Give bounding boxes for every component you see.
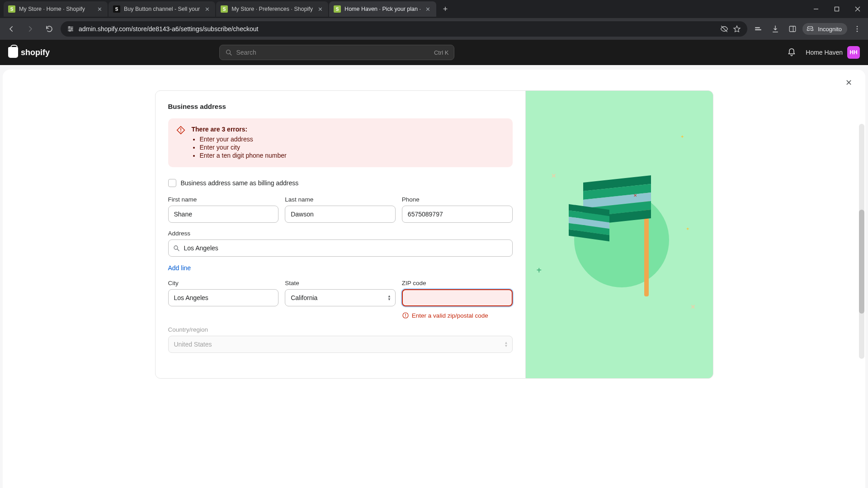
- browser-tab-active[interactable]: S Home Haven · Pick your plan · ✕: [329, 1, 436, 17]
- state-label: State: [285, 280, 396, 286]
- add-address-line-link[interactable]: Add line: [168, 264, 191, 272]
- svg-rect-10: [789, 26, 796, 32]
- favicon-generic-icon: S: [113, 5, 120, 13]
- svg-point-12: [857, 26, 858, 27]
- scrollbar-thumb[interactable]: [859, 210, 864, 314]
- back-button[interactable]: [4, 21, 19, 37]
- phone-field: Phone: [402, 196, 513, 223]
- browser-toolbar: admin.shopify.com/store/de8143-a6/settin…: [0, 18, 868, 40]
- store-name: Home Haven: [806, 49, 843, 56]
- alert-item: Enter a ten digit phone number: [200, 152, 287, 159]
- error-circle-icon: [402, 312, 409, 319]
- notifications-button[interactable]: [785, 46, 798, 59]
- svg-line-20: [177, 249, 179, 251]
- kebab-menu-icon[interactable]: [850, 21, 864, 37]
- svg-rect-1: [835, 7, 839, 11]
- zip-error-message: Enter a valid zip/postal code: [402, 312, 513, 319]
- address-bar[interactable]: admin.shopify.com/store/de8143-a6/settin…: [61, 21, 747, 37]
- country-field: Country/region ▲▼: [168, 326, 513, 353]
- city-input[interactable]: [168, 289, 279, 306]
- tab-title: Home Haven · Pick your plan ·: [344, 6, 421, 12]
- country-label: Country/region: [168, 326, 513, 333]
- tab-title: My Store · Home · Shopify: [19, 6, 92, 12]
- url-text: admin.shopify.com/store/de8143-a6/settin…: [79, 25, 716, 33]
- shopify-bag-icon: [8, 47, 18, 58]
- tab-strip: S My Store · Home · Shopify ✕ S Buy Butt…: [0, 0, 868, 18]
- new-tab-button[interactable]: +: [439, 3, 452, 15]
- media-control-icon[interactable]: [751, 21, 765, 37]
- maximize-button[interactable]: [826, 1, 847, 17]
- alert-list: Enter your address Enter your city Enter…: [192, 136, 287, 159]
- modal-close-button[interactable]: ✕: [842, 76, 855, 89]
- tab-close-icon[interactable]: ✕: [96, 5, 103, 13]
- modal-scroll-area[interactable]: Business address There are 3 errors: Ent…: [3, 90, 865, 488]
- phone-label: Phone: [402, 196, 513, 203]
- downloads-icon[interactable]: [768, 21, 783, 37]
- svg-point-18: [180, 131, 181, 132]
- store-switcher[interactable]: Home Haven HH: [806, 46, 860, 59]
- country-select: [168, 336, 513, 353]
- window-controls: [806, 1, 868, 17]
- search-icon: [173, 244, 180, 252]
- svg-rect-9: [755, 29, 761, 30]
- first-name-input[interactable]: [168, 206, 279, 223]
- incognito-chip[interactable]: Incognito: [802, 23, 847, 35]
- svg-rect-8: [755, 27, 760, 28]
- alert-item: Enter your address: [200, 136, 287, 143]
- state-select[interactable]: [285, 289, 396, 306]
- favicon-shopify-icon: S: [221, 5, 228, 13]
- zip-error-text: Enter a valid zip/postal code: [412, 312, 488, 319]
- alert-title: There are 3 errors:: [192, 126, 287, 133]
- address-input[interactable]: [168, 239, 513, 257]
- browser-chrome: S My Store · Home · Shopify ✕ S Buy Butt…: [0, 0, 868, 40]
- eye-off-icon[interactable]: [720, 25, 728, 33]
- toolbar-right-icons: Incognito: [751, 21, 864, 37]
- panel-wrap: Business address There are 3 errors: Ent…: [3, 90, 865, 397]
- section-title: Business address: [168, 103, 513, 110]
- svg-point-14: [857, 31, 858, 32]
- topbar-right: Home Haven HH: [785, 46, 860, 59]
- svg-point-23: [405, 316, 406, 317]
- tab-title: My Store · Preferences · Shopify: [231, 6, 313, 12]
- browser-tab[interactable]: S My Store · Home · Shopify ✕: [4, 1, 108, 17]
- phone-input[interactable]: [402, 206, 513, 223]
- deco-sparkle-icon: ✦: [680, 134, 684, 139]
- deco-plus-icon: +: [537, 265, 542, 276]
- tab-title: Buy Button channel - Sell your: [124, 6, 200, 12]
- global-search[interactable]: Search Ctrl K: [219, 45, 454, 60]
- site-settings-icon: [67, 25, 74, 33]
- address-label: Address: [168, 230, 513, 237]
- favicon-shopify-icon: S: [334, 5, 341, 13]
- last-name-field: Last name: [285, 196, 396, 223]
- deco-sparkle-icon: ✦: [686, 226, 689, 231]
- svg-point-15: [226, 50, 231, 54]
- svg-point-13: [857, 28, 858, 30]
- zip-input[interactable]: [402, 289, 513, 306]
- shopify-topbar: shopify Search Ctrl K Home Haven HH: [0, 40, 868, 65]
- shopify-logo[interactable]: shopify: [8, 47, 50, 58]
- alert-body: There are 3 errors: Enter your address E…: [192, 126, 287, 160]
- illustration-panel: ✕ ✕ ✕ + ✦ ✦: [526, 90, 713, 379]
- minimize-button[interactable]: [806, 1, 826, 17]
- zip-field: ZIP code Enter a valid zip/postal code: [402, 280, 513, 319]
- svg-point-6: [69, 30, 71, 32]
- side-panel-icon[interactable]: [785, 21, 800, 37]
- close-window-button[interactable]: [847, 1, 868, 17]
- forward-button[interactable]: [23, 21, 38, 37]
- same-as-billing-checkbox[interactable]: [168, 179, 176, 187]
- first-name-label: First name: [168, 196, 279, 203]
- tab-close-icon[interactable]: ✕: [316, 5, 324, 13]
- tab-close-icon[interactable]: ✕: [425, 5, 432, 13]
- last-name-input[interactable]: [285, 206, 396, 223]
- bookmark-star-icon[interactable]: [733, 25, 741, 33]
- browser-tab[interactable]: S My Store · Preferences · Shopify ✕: [216, 1, 328, 17]
- incognito-icon: [806, 25, 814, 33]
- tab-close-icon[interactable]: ✕: [203, 5, 211, 13]
- alert-diamond-icon: [176, 126, 185, 160]
- city-label: City: [168, 280, 279, 286]
- page-stage: ✕ Business address There are 3 errors: E…: [0, 65, 868, 488]
- subscribe-modal: ✕ Business address There are 3 errors: E…: [3, 70, 865, 488]
- error-banner: There are 3 errors: Enter your address E…: [168, 118, 513, 167]
- browser-tab[interactable]: S Buy Button channel - Sell your ✕: [108, 1, 215, 17]
- reload-button[interactable]: [42, 21, 57, 37]
